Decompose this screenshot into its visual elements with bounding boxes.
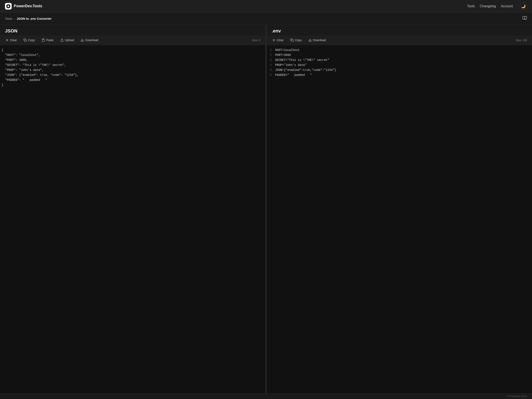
json-clear-button[interactable]: Clear [2, 37, 20, 43]
navbar-nav: Tools Changelog Account 🌙 [467, 2, 527, 10]
env-download-button[interactable]: Download [305, 37, 329, 43]
json-size: Size: 2 [250, 39, 263, 42]
copyright: © PowerDev.Tools [507, 395, 527, 398]
line-number: 3 [270, 57, 272, 63]
env-toolbar: Clear Copy Download Size: 135 [267, 35, 532, 45]
line-number: 2 [270, 53, 272, 57]
json-paste-label: Paste [46, 38, 54, 42]
json-clear-label: Clear [10, 38, 17, 42]
breadcrumb-current: JSON to .env Converter [17, 17, 51, 20]
json-paste-button[interactable]: Paste [39, 37, 57, 43]
json-download-button[interactable]: Download [78, 37, 101, 43]
main-content: JSON Clear Copy Paste Upload Download [0, 25, 532, 393]
env-editor-content: 123456 HOST=localhostPORT=3000SECRET="Th… [267, 48, 532, 391]
x-icon [272, 38, 276, 42]
json-textarea[interactable]: { "HOST": "localhost", "PORT": 3000, "SE… [0, 48, 265, 391]
code-line: PROP="John's data" [275, 63, 528, 68]
env-code-content: HOST=localhostPORT=3000SECRET="This is \… [275, 48, 532, 391]
breadcrumb-separator: › [14, 17, 15, 20]
line-number: 1 [270, 48, 272, 53]
env-download-label: Download [313, 38, 326, 42]
brand-logo [5, 3, 12, 10]
svg-rect-3 [43, 39, 44, 39]
code-line: PADDED=" padded " [275, 73, 528, 77]
json-download-label: Download [85, 38, 98, 42]
navbar: PowerDev.Tools Tools Changelog Account 🌙 [0, 0, 532, 13]
code-line: HOST=localhost [275, 48, 528, 53]
brand-name: PowerDev.Tools [14, 4, 42, 8]
env-copy-button[interactable]: Copy [287, 37, 305, 43]
x-icon [5, 38, 9, 42]
line-number: 4 [270, 63, 272, 68]
json-panel-title: JSON [0, 25, 265, 35]
env-line-numbers: 123456 [267, 48, 275, 391]
env-size: Size: 135 [513, 39, 530, 42]
nav-account[interactable]: Account [501, 4, 513, 8]
copy-icon [290, 38, 294, 42]
code-line: SECRET="This is \"THE\" secret" [275, 57, 528, 63]
nav-tools[interactable]: Tools [467, 4, 475, 8]
json-copy-label: Copy [28, 38, 35, 42]
env-panel: .env Clear Copy Download Size: 135 12345… [267, 25, 532, 393]
breadcrumb-parent[interactable]: Tools [5, 17, 12, 20]
copy-icon [24, 38, 27, 42]
theme-toggle-button[interactable]: 🌙 [519, 2, 527, 10]
svg-rect-8 [291, 40, 293, 42]
line-number: 6 [270, 73, 272, 77]
brand: PowerDev.Tools [5, 3, 467, 10]
json-copy-button[interactable]: Copy [21, 37, 38, 43]
book-icon[interactable] [522, 16, 527, 21]
nav-changelog[interactable]: Changelog [480, 4, 496, 8]
paste-icon [42, 38, 45, 42]
env-copy-label: Copy [295, 38, 302, 42]
footer: © PowerDev.Tools [0, 393, 532, 399]
json-upload-button[interactable]: Upload [57, 37, 77, 43]
env-panel-title: .env [267, 25, 532, 35]
json-editor-area: { "HOST": "localhost", "PORT": 3000, "SE… [0, 45, 265, 393]
env-clear-button[interactable]: Clear [269, 37, 287, 43]
json-editor-content: { "HOST": "localhost", "PORT": 3000, "SE… [0, 48, 265, 391]
env-clear-label: Clear [277, 38, 284, 42]
download-icon [308, 38, 312, 42]
svg-rect-2 [25, 40, 27, 42]
json-upload-label: Upload [65, 38, 74, 42]
breadcrumb: Tools › JSON to .env Converter [0, 13, 532, 25]
code-line: JSON={"enabled":true,"code":"1234"} [275, 68, 528, 73]
download-icon [81, 38, 84, 42]
env-editor-area: 123456 HOST=localhostPORT=3000SECRET="Th… [267, 45, 532, 393]
json-toolbar: Clear Copy Paste Upload Download Size: 2 [0, 35, 265, 45]
code-line: PORT=3000 [275, 53, 528, 57]
upload-icon [60, 38, 63, 42]
json-panel: JSON Clear Copy Paste Upload Download [0, 25, 266, 393]
line-number: 5 [270, 68, 272, 73]
